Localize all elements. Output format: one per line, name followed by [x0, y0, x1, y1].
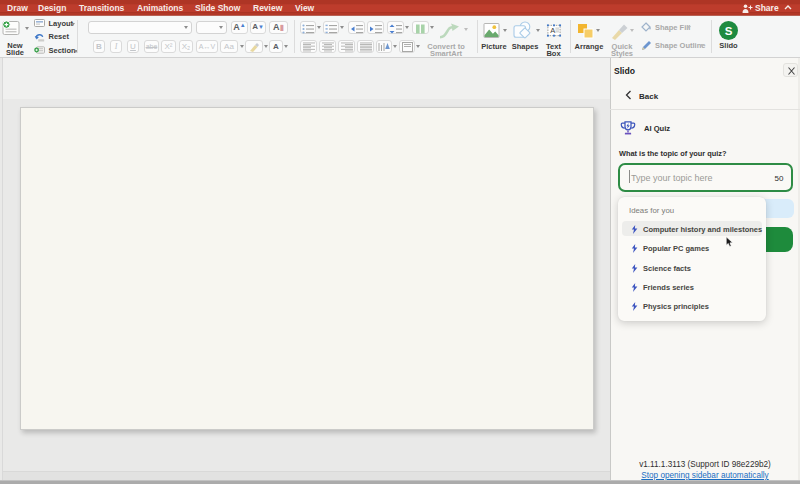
svg-text:A: A	[550, 25, 555, 34]
svg-text:S: S	[725, 25, 733, 37]
